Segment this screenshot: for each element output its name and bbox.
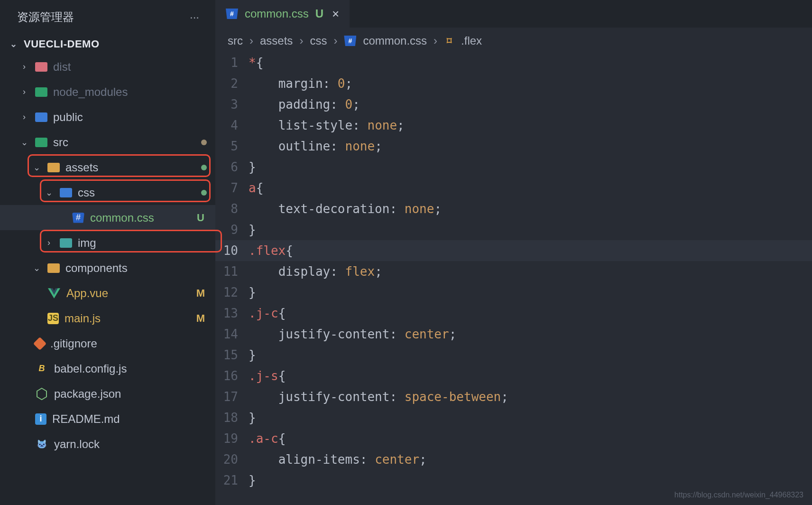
code-line[interactable]: 19.a-c{ [215,428,812,449]
breadcrumb-separator-icon: › [434,34,437,47]
tree-file[interactable]: package.json [0,381,215,406]
css-icon: # [344,36,356,46]
code-content: outline: none; [249,136,812,157]
tree-item-label: public [53,111,207,124]
code-line[interactable]: 6} [215,157,812,178]
breadcrumb-item[interactable]: .flex [461,34,482,47]
code-content: margin: 0; [249,73,812,94]
tree-item-label: node_modules [53,85,207,99]
code-content: .a-c{ [249,428,812,449]
tree-file[interactable]: Bbabel.config.js [0,356,215,381]
tree-file[interactable]: App.vueM [0,281,215,306]
editor-tab[interactable]: #common.cssU× [215,0,350,28]
code-line[interactable]: 13.j-c{ [215,303,812,324]
line-number: 9 [215,219,249,240]
line-number: 17 [215,386,249,407]
tree-folder[interactable]: ›public [0,104,215,130]
chevron-right-icon: › [19,112,29,122]
code-line[interactable]: 4 list-style: none; [215,115,812,136]
code-line[interactable]: 12} [215,282,812,303]
chevron-down-icon: ⌄ [44,187,54,198]
code-content: a{ [249,178,812,198]
code-content: display: flex; [249,261,812,282]
tree-folder[interactable]: ›img [0,230,215,255]
chevron-down-icon: ⌄ [31,162,42,173]
code-line[interactable]: 17 justify-content: space-between; [215,386,812,407]
tree-folder[interactable]: ⌄src [0,130,215,155]
close-icon[interactable]: × [332,7,339,21]
line-number: 6 [215,157,249,178]
code-line[interactable]: 14 justify-content: center; [215,324,812,345]
tree-file[interactable]: 🐱yarn.lock [0,431,215,457]
breadcrumb-item[interactable]: assets [260,34,293,47]
folder-icon [35,138,47,147]
line-number: 5 [215,136,249,157]
code-line[interactable]: 21} [215,470,812,491]
code-line[interactable]: 16.j-s{ [215,365,812,386]
folder-icon [35,112,47,122]
more-icon[interactable]: ··· [186,9,203,26]
code-line[interactable]: 18} [215,407,812,428]
tab-bar: #common.cssU× [215,0,812,28]
tree-file[interactable]: JSmain.jsM [0,306,215,331]
breadcrumb-item[interactable]: common.css [363,34,427,47]
tree-folder[interactable]: ⌄components [0,255,215,281]
code-area[interactable]: 1*{2 margin: 0;3 padding: 0;4 list-style… [215,52,812,505]
explorer-panel: 资源管理器 ··· ⌄ VUECLI-DEMO ›dist›node_modul… [0,0,215,505]
code-content: .j-c{ [249,303,812,324]
tree-item-label: common.css [90,211,189,224]
tree-folder[interactable]: ⌄assets [0,155,215,180]
yarn-icon: 🐱 [35,438,48,451]
tree-file[interactable]: .gitignore [0,331,215,356]
code-line[interactable]: 7a{ [215,178,812,198]
line-number: 20 [215,449,249,470]
code-line[interactable]: 2 margin: 0; [215,73,812,94]
tree-item-label: babel.config.js [54,362,207,375]
chevron-down-icon: ⌄ [9,39,19,49]
code-content: } [249,219,812,240]
tree-item-label: main.js [65,312,189,325]
code-line[interactable]: 15} [215,345,812,365]
tree-item-label: .gitignore [50,337,207,350]
code-content: list-style: none; [249,115,812,136]
line-number: 13 [215,303,249,324]
code-content: } [249,345,812,365]
symbol-icon: ⌑ [444,36,454,46]
tree-folder[interactable]: ›node_modules [0,79,215,104]
line-number: 19 [215,428,249,449]
line-number: 8 [215,198,249,219]
tree-file[interactable]: #common.cssU [0,205,215,230]
project-root[interactable]: ⌄ VUECLI-DEMO [0,34,215,54]
tree-item-label: css [78,186,195,199]
code-content: justify-content: space-between; [249,386,812,407]
tree-folder[interactable]: ›dist [0,54,215,79]
code-line[interactable]: 1*{ [215,52,812,73]
breadcrumb-item[interactable]: src [228,34,243,47]
tree-item-label: yarn.lock [54,438,207,451]
tree-item-label: img [78,236,207,250]
modified-dot-icon [201,190,207,196]
code-line[interactable]: 9} [215,219,812,240]
chevron-down-icon: ⌄ [19,137,29,148]
code-line[interactable]: 11 display: flex; [215,261,812,282]
code-content: text-decoration: none; [249,198,812,219]
code-content: } [249,157,812,178]
code-line[interactable]: 20 align-items: center; [215,449,812,470]
line-number: 10 [215,240,249,261]
tree-item-label: assets [65,161,195,174]
tree-item-label: package.json [54,387,207,401]
tree-file[interactable]: iREADME.md [0,406,215,431]
code-line[interactable]: 3 padding: 0; [215,94,812,115]
code-line[interactable]: 8 text-decoration: none; [215,198,812,219]
vue-icon [47,287,61,300]
modified-dot-icon [201,140,207,145]
line-number: 1 [215,52,249,73]
tree-folder[interactable]: ⌄css [0,180,215,205]
breadcrumb-item[interactable]: css [310,34,327,47]
chevron-right-icon: › [19,62,29,72]
line-number: 15 [215,345,249,365]
chevron-right-icon: › [19,87,29,97]
folder-icon [35,62,47,72]
code-line[interactable]: 10.flex{ [215,240,812,261]
code-line[interactable]: 5 outline: none; [215,136,812,157]
